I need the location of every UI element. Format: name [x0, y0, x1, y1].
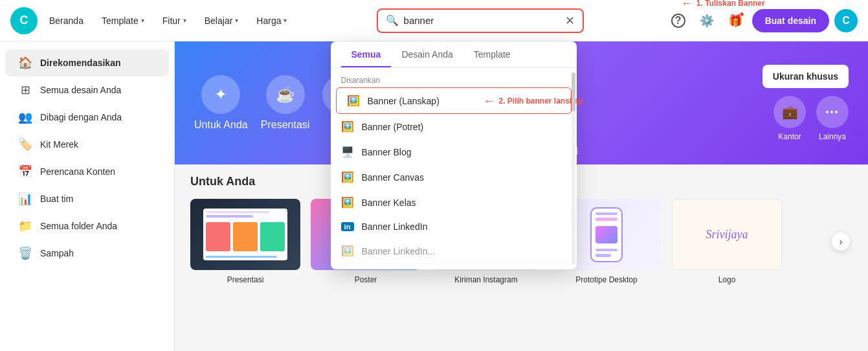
buat-desain-button[interactable]: Buat desain — [752, 9, 829, 32]
avatar[interactable]: C — [834, 9, 858, 32]
image-icon: 🖼️ — [341, 120, 354, 133]
sidebar: 🏠 Direkomendasikan ⊞ Semua desain Anda 👥… — [0, 41, 175, 351]
sidebar-item-kit-merek[interactable]: 🏷️ Kit Merek — [5, 131, 169, 158]
logo-sample: Srivijaya — [706, 199, 748, 269]
chevron-down-icon: ▾ — [183, 17, 186, 24]
dropdown-item-banner-blog[interactable]: 🖥️ Banner Blog — [331, 139, 577, 164]
search-container: 🔍 ✕ ← 1. Tuliskan Banner — [298, 8, 661, 33]
folder-icon: 📁 — [18, 219, 32, 233]
sidebar-item-semua-desain[interactable]: ⊞ Semua desain Anda — [5, 76, 169, 104]
chevron-down-icon: ▾ — [284, 17, 287, 24]
nav-template[interactable]: Template ▾ — [95, 12, 151, 30]
grid-icon: ⊞ — [18, 83, 32, 97]
dropdown-item-banner-linkedin2[interactable]: 🖼️ Banner LinkedIn... — [331, 238, 577, 264]
search-input[interactable] — [404, 15, 560, 26]
annotation-2: ← 2. Pilih banner lanskap — [483, 94, 583, 108]
image-icon: 🖼️ — [347, 95, 360, 107]
ukuran-khusus-button[interactable]: Ukuran khusus — [762, 65, 849, 88]
hero-right: Ukuran khusus 💼 Kantor ••• Lainnya — [762, 65, 849, 141]
dropdown-tabs: Semua Desain Anda Template — [331, 41, 577, 68]
search-dropdown: Semua Desain Anda Template Disarankan 🖼️… — [331, 41, 577, 269]
scrollbar-thumb — [572, 73, 575, 111]
thumbnail-presentasi[interactable]: Presentasi — [190, 199, 300, 284]
sidebar-item-direkomendasikan[interactable]: 🏠 Direkomendasikan — [5, 49, 169, 76]
notification-dot — [739, 12, 744, 17]
canva-logo[interactable]: C — [10, 7, 38, 34]
hero-actions: 💼 Kantor ••• Lainnya — [773, 96, 849, 141]
annotation-arrow-icon: ← — [681, 0, 693, 10]
thumbnail-img-presentasi — [190, 199, 300, 270]
image-icon: 🖼️ — [341, 196, 354, 209]
close-icon[interactable]: ✕ — [565, 14, 575, 28]
scrollbar[interactable] — [572, 73, 575, 264]
search-box: 🔍 ✕ — [377, 8, 584, 33]
thumbnail-img-logo: Srivijaya — [672, 199, 782, 270]
dropdown-tab-semua[interactable]: Semua — [341, 41, 392, 67]
calendar-icon: 📅 — [18, 164, 32, 179]
next-button[interactable]: › — [832, 232, 850, 251]
hero-icon-presentasi[interactable]: ☕ Presentasi — [261, 75, 310, 131]
people-icon: 👥 — [18, 110, 32, 124]
trash-icon: 🗑️ — [18, 246, 32, 260]
image-icon: 🖼️ — [341, 171, 354, 183]
dropdown-item-banner-linkedin[interactable]: in Banner LinkedIn — [331, 215, 577, 238]
nav-right: ? ⚙️ 🎁 Buat desain C — [667, 9, 858, 32]
nav-belajar[interactable]: Belajar ▾ — [198, 12, 245, 30]
annotation2-arrow-icon: ← — [483, 94, 495, 108]
gift-button[interactable]: 🎁 — [724, 9, 747, 32]
help-button[interactable]: ? — [667, 9, 690, 32]
image-icon: 🖼️ — [341, 245, 354, 257]
dropdown-section-label: Disarankan — [331, 68, 577, 87]
hero-icon-untuk-anda[interactable]: ✦ Untuk Anda — [194, 75, 248, 131]
monitor-icon: 🖥️ — [341, 146, 354, 158]
dropdown-tab-template[interactable]: Template — [463, 41, 521, 67]
coffee-icon: ☕ — [266, 75, 305, 114]
annotation-1: ← 1. Tuliskan Banner — [681, 0, 765, 10]
sidebar-item-buat-tim[interactable]: 📊 Buat tim — [5, 185, 169, 212]
more-icon: ••• — [816, 96, 849, 128]
gear-icon: ⚙️ — [700, 14, 714, 28]
linkedin-icon: in — [341, 222, 354, 231]
topnav: C Beranda Template ▾ Fitur ▾ Belajar ▾ H… — [0, 0, 868, 41]
dropdown-item-banner-kelas[interactable]: 🖼️ Banner Kelas — [331, 190, 577, 215]
dropdown-item-banner-potret[interactable]: 🖼️ Banner (Potret) — [331, 114, 577, 139]
dropdown-item-banner-canvas[interactable]: 🖼️ Banner Canvas — [331, 164, 577, 190]
office-icon: 💼 — [773, 96, 806, 128]
nav-harga[interactable]: Harga ▾ — [250, 12, 293, 30]
chart-icon: 📊 — [18, 192, 32, 206]
hero-action-kantor[interactable]: 💼 Kantor — [773, 96, 806, 141]
hero-action-lainnya[interactable]: ••• Lainnya — [816, 96, 849, 141]
nav-beranda[interactable]: Beranda — [43, 12, 90, 30]
sidebar-item-sampah[interactable]: 🗑️ Sampah — [5, 240, 169, 267]
search-icon: 🔍 — [386, 14, 399, 27]
tag-icon: 🏷️ — [18, 137, 32, 152]
thumbnail-logo[interactable]: Srivijaya Logo — [672, 199, 782, 284]
settings-button[interactable]: ⚙️ — [695, 9, 718, 32]
chevron-down-icon: ▾ — [235, 17, 238, 24]
home-icon: 🏠 — [18, 56, 32, 70]
sidebar-item-semua-folder[interactable]: 📁 Semua folder Anda — [5, 212, 169, 240]
sidebar-item-dibagi[interactable]: 👥 Dibagi dengan Anda — [5, 104, 169, 131]
chevron-down-icon: ▾ — [141, 17, 144, 24]
dropdown-tab-desain-anda[interactable]: Desain Anda — [391, 41, 463, 67]
sidebar-item-perencana[interactable]: 📅 Perencana Konten — [5, 158, 169, 185]
star-icon: ✦ — [201, 75, 240, 114]
nav-fitur[interactable]: Fitur ▾ — [156, 12, 193, 30]
